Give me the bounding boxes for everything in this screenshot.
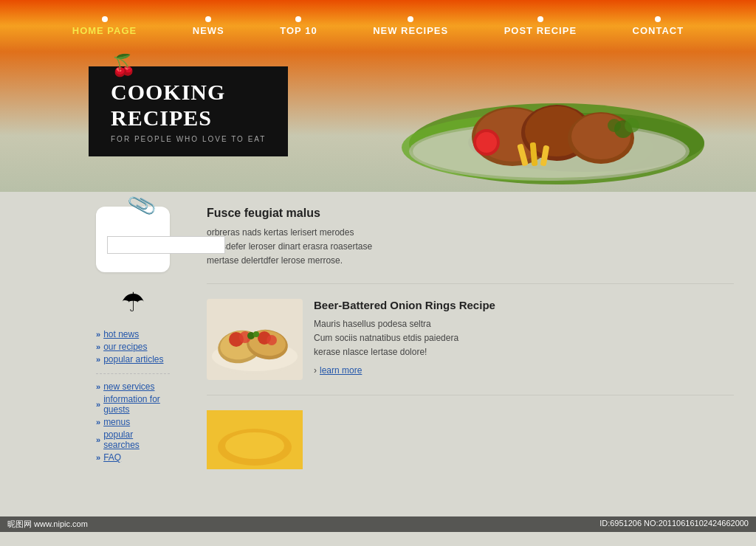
paperclip-icon: 📎 — [126, 190, 158, 221]
article-3 — [207, 410, 734, 469]
arrow-right-icon: › — [314, 365, 317, 376]
article-2-title: Beer-Battered Onion Rings Recipe — [314, 299, 734, 311]
svg-point-18 — [608, 119, 621, 132]
learn-more-link[interactable]: learn more — [320, 365, 362, 376]
sidebar-links-group-2: » new services » information for guests … — [96, 381, 170, 463]
search-box: 📎 — [96, 207, 170, 272]
chevron-icon: » — [96, 330, 100, 339]
article-1-text: orbreras nads kertas lerisert merodes ke… — [207, 226, 734, 269]
sidebar-links-group-1: » hot news » our recipes » popular artic… — [96, 329, 170, 364]
nav-home[interactable]: HOME PAGE — [72, 16, 137, 36]
svg-point-33 — [225, 432, 284, 459]
sidebar-link-our-recipes: » our recipes — [96, 342, 170, 352]
learn-more-row: › learn more — [314, 365, 734, 376]
hero-title: COOKING RECIPES — [111, 80, 273, 131]
hero-section: 🍒 COOKING RECIPES FOR PEOPLE WHO LOVE TO… — [0, 52, 756, 192]
cherry-decoration: 🍒 — [111, 53, 137, 77]
nav-label-contact: CONTACT — [633, 25, 684, 36]
hero-food-image — [350, 55, 719, 184]
sidebar-divider — [96, 373, 170, 374]
svg-point-30 — [253, 331, 259, 337]
hero-subtitle: FOR PEOPLE WHO LOVE TO EAT — [111, 135, 273, 143]
article-1-title: Fusce feugiat malus — [207, 207, 734, 220]
popular-articles-link[interactable]: popular articles — [103, 354, 163, 364]
sidebar-link-hot-news: » hot news — [96, 329, 170, 339]
nav-new-recipes[interactable]: NEW RECIPES — [373, 16, 448, 36]
content-area: Fusce feugiat malus orbreras nads kertas… — [185, 192, 756, 516]
new-services-link[interactable]: new services — [103, 381, 154, 392]
sidebar: 📎 ☂ » hot news » our recipes » popular a… — [0, 192, 185, 516]
hero-title-box: 🍒 COOKING RECIPES FOR PEOPLE WHO LOVE TO… — [89, 66, 288, 156]
menus-link[interactable]: menus — [103, 417, 130, 427]
nav-label-news: NEWS — [193, 25, 224, 36]
article-2-text: Mauris hasellus podesa seltra Cum sociis… — [314, 317, 734, 360]
nav-contact[interactable]: CONTACT — [633, 16, 684, 36]
sidebar-link-new-services: » new services — [96, 381, 170, 392]
nav-dot-home — [102, 16, 108, 22]
article-1: Fusce feugiat malus orbreras nads kertas… — [207, 207, 734, 284]
nav-dot-contact — [655, 16, 661, 22]
nav-dot-post-recipe — [537, 16, 543, 22]
nav-label-home: HOME PAGE — [72, 25, 137, 36]
svg-point-12 — [476, 132, 497, 153]
nav-news[interactable]: NEWS — [193, 16, 224, 36]
nav-top10[interactable]: TOP 10 — [280, 16, 317, 36]
nav-label-new-recipes: NEW RECIPES — [373, 25, 448, 36]
navigation: HOME PAGE NEWS TOP 10 NEW RECIPES POST R… — [0, 0, 756, 52]
sidebar-link-menus: » menus — [96, 417, 170, 427]
nav-post-recipe[interactable]: POST RECIPE — [504, 16, 577, 36]
nav-label-top10: TOP 10 — [280, 25, 317, 36]
search-input[interactable] — [107, 236, 225, 254]
article-3-image — [207, 410, 303, 469]
popular-searches-link[interactable]: popular searches — [103, 429, 170, 450]
search-row — [107, 236, 159, 254]
nav-label-post-recipe: POST RECIPE — [504, 25, 577, 36]
article-2-image — [207, 299, 303, 380]
article-2: Beer-Battered Onion Rings Recipe Mauris … — [207, 299, 734, 395]
chevron-icon: » — [96, 400, 100, 409]
chevron-icon: » — [96, 435, 100, 444]
main-content: 📎 ☂ » hot news » our recipes » popular a… — [0, 192, 756, 516]
nav-dot-news — [205, 16, 211, 22]
svg-point-17 — [625, 118, 639, 133]
nav-dot-top10 — [295, 16, 301, 22]
chevron-icon: » — [96, 355, 100, 364]
hot-news-link[interactable]: hot news — [103, 329, 139, 339]
nav-dot-new-recipes — [408, 16, 413, 22]
watermark-left: 昵图网 www.nipic.com — [7, 519, 88, 530]
chevron-icon: » — [96, 382, 100, 391]
faq-link[interactable]: FAQ — [103, 452, 121, 463]
watermark-right: ID:6951206 NO:20110616102424662000 — [599, 519, 749, 530]
sidebar-link-popular-articles: » popular articles — [96, 354, 170, 364]
chevron-icon: » — [96, 342, 100, 351]
our-recipes-link[interactable]: our recipes — [103, 342, 147, 352]
sidebar-link-info-guests: » information for guests — [96, 394, 170, 415]
bruschetta-image — [207, 299, 303, 380]
umbrella-decoration: ☂ — [96, 287, 170, 318]
sidebar-link-faq: » FAQ — [96, 452, 170, 463]
watermark-bar: 昵图网 www.nipic.com ID:6951206 NO:20110616… — [0, 516, 756, 532]
chevron-icon: » — [96, 453, 100, 462]
svg-point-28 — [267, 335, 277, 345]
chevron-icon: » — [96, 418, 100, 426]
info-guests-link[interactable]: information for guests — [103, 394, 170, 415]
sidebar-link-popular-searches: » popular searches — [96, 429, 170, 450]
article-2-body: Beer-Battered Onion Rings Recipe Mauris … — [314, 299, 734, 380]
